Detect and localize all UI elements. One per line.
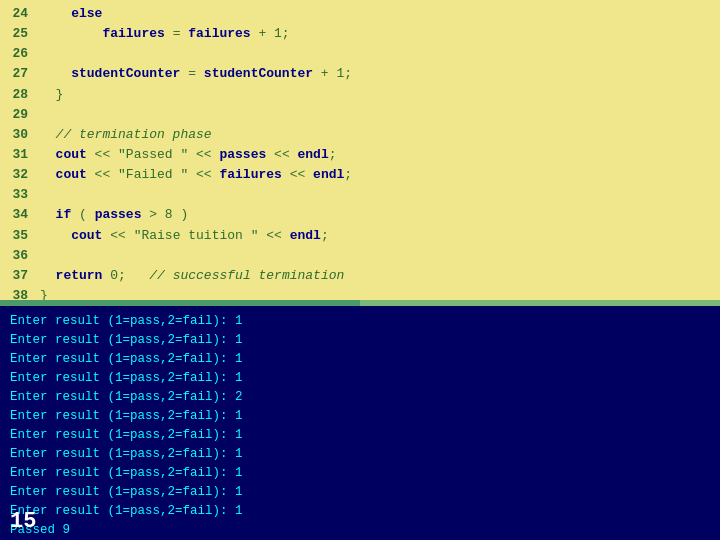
output-line: Enter result (1=pass,2=fail): 1 bbox=[10, 369, 710, 388]
line-content: } bbox=[40, 286, 48, 300]
token: << bbox=[282, 167, 313, 182]
token: + 1; bbox=[313, 66, 352, 81]
line-content: // termination phase bbox=[40, 125, 212, 145]
code-line: 32 cout << "Failed " << failures << endl… bbox=[0, 165, 720, 185]
code-editor: 24 else25 failures = failures + 1;26 27 … bbox=[0, 0, 720, 300]
code-line: 24 else bbox=[0, 4, 720, 24]
token: cout bbox=[40, 167, 87, 182]
code-line: 29 bbox=[0, 105, 720, 125]
line-content: else bbox=[40, 4, 102, 24]
line-number: 32 bbox=[8, 165, 40, 185]
token: failures bbox=[40, 26, 165, 41]
token: passes bbox=[219, 147, 266, 162]
token: > bbox=[141, 207, 164, 222]
line-content: return 0; // successful termination bbox=[40, 266, 344, 286]
token: failures bbox=[188, 26, 250, 41]
output-terminal: Enter result (1=pass,2=fail): 1Enter res… bbox=[0, 306, 720, 540]
line-number: 37 bbox=[8, 266, 40, 286]
code-line: 33 bbox=[0, 185, 720, 205]
code-line: 27 studentCounter = studentCounter + 1; bbox=[0, 64, 720, 84]
token: studentCounter bbox=[204, 66, 313, 81]
code-line: 25 failures = failures + 1; bbox=[0, 24, 720, 44]
line-content: failures = failures + 1; bbox=[40, 24, 290, 44]
output-line: Enter result (1=pass,2=fail): 1 bbox=[10, 445, 710, 464]
token: else bbox=[40, 6, 102, 21]
line-content: cout << "Failed " << failures << endl; bbox=[40, 165, 352, 185]
line-number: 25 bbox=[8, 24, 40, 44]
token: 8 bbox=[165, 207, 173, 222]
line-content bbox=[40, 44, 48, 64]
output-line: Enter result (1=pass,2=fail): 1 bbox=[10, 483, 710, 502]
token: ; bbox=[329, 147, 337, 162]
line-content: if ( passes > 8 ) bbox=[40, 205, 188, 225]
token: << bbox=[87, 147, 118, 162]
code-line: 38} bbox=[0, 286, 720, 300]
line-content: } bbox=[40, 85, 63, 105]
code-line: 35 cout << "Raise tuition " << endl; bbox=[0, 226, 720, 246]
token: ; bbox=[118, 268, 149, 283]
token: "Passed " bbox=[118, 147, 188, 162]
output-line: Enter result (1=pass,2=fail): 1 bbox=[10, 350, 710, 369]
token: // successful termination bbox=[149, 268, 344, 283]
token: = bbox=[165, 26, 188, 41]
token: endl bbox=[290, 228, 321, 243]
token: endl bbox=[298, 147, 329, 162]
token: << bbox=[188, 147, 219, 162]
line-number: 38 bbox=[8, 286, 40, 300]
line-number: 34 bbox=[8, 205, 40, 225]
token: + 1; bbox=[251, 26, 290, 41]
line-number: 26 bbox=[8, 44, 40, 64]
line-number: 27 bbox=[8, 64, 40, 84]
code-line: 26 bbox=[0, 44, 720, 64]
line-number: 31 bbox=[8, 145, 40, 165]
output-line: Enter result (1=pass,2=fail): 1 bbox=[10, 312, 710, 331]
token: << bbox=[188, 167, 219, 182]
line-number: 33 bbox=[8, 185, 40, 205]
token: endl bbox=[313, 167, 344, 182]
output-line: Enter result (1=pass,2=fail): 1 bbox=[10, 502, 710, 521]
token: ( bbox=[71, 207, 94, 222]
line-content bbox=[40, 246, 48, 266]
token: 0 bbox=[110, 268, 118, 283]
code-line: 36 bbox=[0, 246, 720, 266]
output-lines: Enter result (1=pass,2=fail): 1Enter res… bbox=[10, 312, 710, 540]
output-line: Enter result (1=pass,2=fail): 1 bbox=[10, 331, 710, 350]
line-number: 36 bbox=[8, 246, 40, 266]
line-content: cout << "Raise tuition " << endl; bbox=[40, 226, 329, 246]
output-line: Enter result (1=pass,2=fail): 2 bbox=[10, 388, 710, 407]
line-number: 29 bbox=[8, 105, 40, 125]
line-number: 24 bbox=[8, 4, 40, 24]
code-line: 31 cout << "Passed " << passes << endl; bbox=[0, 145, 720, 165]
token: } bbox=[40, 288, 48, 300]
output-line: Enter result (1=pass,2=fail): 1 bbox=[10, 464, 710, 483]
token: "Raise tuition " bbox=[134, 228, 259, 243]
line-content: cout << "Passed " << passes << endl; bbox=[40, 145, 337, 165]
line-content bbox=[40, 185, 48, 205]
token: cout bbox=[40, 228, 102, 243]
line-number: 35 bbox=[8, 226, 40, 246]
token: if bbox=[40, 207, 71, 222]
token: studentCounter bbox=[40, 66, 180, 81]
line-number: 28 bbox=[8, 85, 40, 105]
token: ; bbox=[344, 167, 352, 182]
token: << bbox=[102, 228, 133, 243]
output-line: Enter result (1=pass,2=fail): 1 bbox=[10, 407, 710, 426]
token: ) bbox=[173, 207, 189, 222]
token: = bbox=[180, 66, 203, 81]
token: passes bbox=[95, 207, 142, 222]
token: // termination phase bbox=[40, 127, 212, 142]
line-number: 30 bbox=[8, 125, 40, 145]
token: return bbox=[40, 268, 102, 283]
token: << bbox=[266, 147, 297, 162]
line-number-badge: 15 bbox=[10, 509, 36, 534]
token: << bbox=[258, 228, 289, 243]
token: cout bbox=[40, 147, 87, 162]
line-content: studentCounter = studentCounter + 1; bbox=[40, 64, 352, 84]
output-line: Passed 9 bbox=[10, 521, 710, 540]
token: ; bbox=[321, 228, 329, 243]
output-line: Enter result (1=pass,2=fail): 1 bbox=[10, 426, 710, 445]
token: failures bbox=[219, 167, 281, 182]
token: << bbox=[87, 167, 118, 182]
line-content bbox=[40, 105, 48, 125]
token: "Failed " bbox=[118, 167, 188, 182]
